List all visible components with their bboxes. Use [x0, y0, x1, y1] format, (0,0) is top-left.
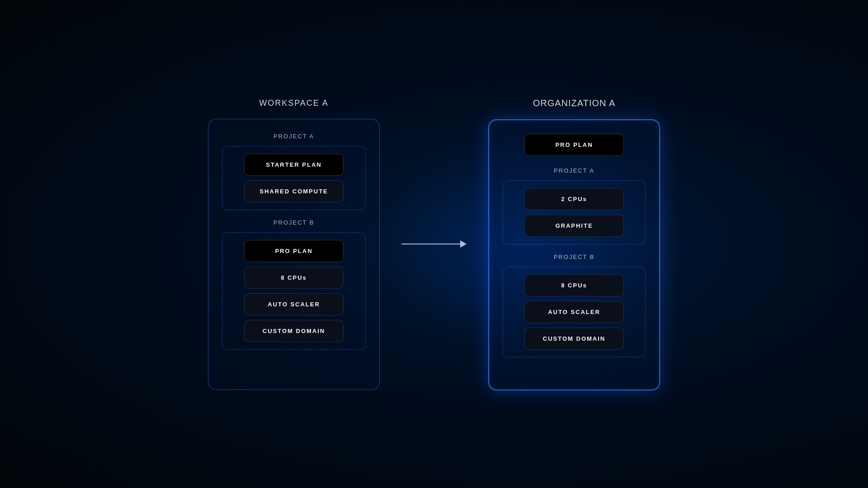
8-cpus-left-button: 8 CPUs: [244, 267, 344, 289]
custom-domain-left-button: CUSTOM DOMAIN: [244, 320, 344, 342]
org-project-a: PROJECT A 2 CPUs GRAPHITE: [503, 167, 646, 244]
graphite-button: GRAPHITE: [524, 215, 624, 237]
arrow-head: [460, 240, 467, 248]
org-project-b: PROJECT B 8 CPUs AUTO SCALER CUSTOM DOMA…: [503, 253, 646, 357]
workspace-a-title: WORKSPACE A: [259, 99, 329, 108]
2-cpus-button: 2 CPUs: [524, 188, 624, 210]
workspace-project-a: PROJECT A STARTER PLAN SHARED COMPUTE: [222, 133, 366, 210]
workspace-a-panel: PROJECT A STARTER PLAN SHARED COMPUTE PR…: [208, 119, 380, 390]
workspace-project-a-box: STARTER PLAN SHARED COMPUTE: [222, 146, 366, 210]
workspace-project-b-label: PROJECT B: [274, 219, 315, 226]
starter-plan-button: STARTER PLAN: [244, 154, 344, 176]
org-project-a-label: PROJECT A: [554, 167, 594, 174]
workspace-project-b-box: PRO PLAN 8 CPUs AUTO SCALER CUSTOM DOMAI…: [222, 232, 366, 350]
custom-domain-right-button: CUSTOM DOMAIN: [524, 328, 624, 350]
arrow-line: [401, 244, 460, 244]
org-a-title: Organization A: [533, 98, 616, 108]
workspace-project-a-label: PROJECT A: [274, 133, 314, 140]
org-project-b-box: 8 CPUs AUTO SCALER CUSTOM DOMAIN: [503, 267, 646, 357]
pro-plan-left-button: PRO PLAN: [244, 240, 344, 262]
org-project-b-label: PROJECT B: [554, 253, 595, 260]
auto-scaler-right-button: AUTO SCALER: [524, 301, 624, 323]
migration-arrow: [401, 240, 467, 248]
diagram-container: WORKSPACE A PROJECT A STARTER PLAN SHARE…: [0, 0, 868, 488]
org-project-a-box: 2 CPUs GRAPHITE: [503, 180, 646, 244]
org-a-column: Organization A PRO PLAN PROJECT A 2 CPUs…: [488, 98, 660, 390]
shared-compute-button: SHARED COMPUTE: [244, 180, 344, 202]
org-pro-plan-section: PRO PLAN: [503, 134, 646, 156]
auto-scaler-left-button: AUTO SCALER: [244, 293, 344, 315]
8-cpus-right-button: 8 CPUs: [524, 274, 624, 296]
migration-arrow-container: [393, 240, 475, 248]
org-a-panel: PRO PLAN PROJECT A 2 CPUs GRAPHITE PROJE…: [488, 119, 660, 390]
workspace-project-b: PROJECT B PRO PLAN 8 CPUs AUTO SCALER CU…: [222, 219, 366, 350]
pro-plan-top-button: PRO PLAN: [524, 134, 624, 156]
workspace-a-column: WORKSPACE A PROJECT A STARTER PLAN SHARE…: [208, 99, 380, 390]
